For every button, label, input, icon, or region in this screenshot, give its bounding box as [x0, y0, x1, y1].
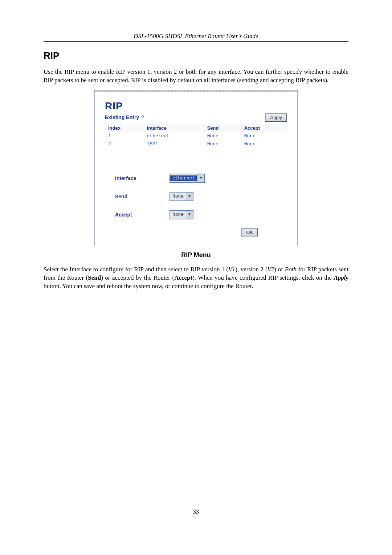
interface-select-value: ethernet	[170, 175, 197, 181]
text-bold-italic: Apply	[334, 274, 348, 281]
interface-label: Interface	[115, 175, 170, 181]
text-italic: V1	[228, 266, 235, 273]
page-footer: 33	[44, 507, 348, 515]
interface-select[interactable]: ethernet ▼	[170, 174, 205, 183]
text: ). When you have configured RIP settings…	[192, 274, 334, 281]
cell-index: 2	[105, 140, 144, 148]
table-header-row: Index Interface Send Accept	[105, 124, 287, 132]
chevron-down-icon: ▼	[197, 174, 204, 182]
existing-entry-count: 2	[141, 114, 144, 120]
accept-select[interactable]: None ▼	[170, 210, 193, 219]
running-head: DSL-1500G SHDSL Ethernet Router User's G…	[44, 33, 348, 42]
text: Select the Interface to configure for RI…	[44, 266, 228, 273]
text: ), version 2 (	[235, 266, 267, 273]
rip-form: Interface ethernet ▼ Send None ▼	[105, 174, 287, 236]
chevron-down-icon: ▼	[186, 193, 193, 200]
cell-send: None	[204, 132, 241, 140]
rip-panel: RIP Existing Entry 2 Apply Index Interfa…	[94, 90, 298, 246]
accept-label: Accept	[115, 212, 170, 218]
send-select-value: None	[170, 194, 186, 199]
send-label: Send	[115, 194, 170, 199]
col-interface: Interface	[144, 124, 204, 132]
text: ) or accepted by the Router (	[101, 274, 174, 281]
send-select[interactable]: None ▼	[170, 192, 193, 201]
cell-interface: ethernet	[144, 132, 204, 140]
cell-accept: None	[241, 132, 287, 140]
text: button. You can save and reboot the syst…	[44, 283, 253, 289]
chevron-down-icon: ▼	[186, 211, 193, 219]
col-send: Send	[204, 124, 241, 132]
apply-button[interactable]: Apply	[265, 113, 287, 122]
outro-paragraph: Select the Interface to configure for RI…	[44, 266, 348, 291]
accept-select-value: None	[170, 212, 186, 217]
table-row[interactable]: 2 ISP1 None None	[105, 140, 287, 148]
intro-paragraph: Use the RIP menu to enable RIP version 1…	[44, 68, 348, 85]
cell-accept: None	[241, 140, 287, 148]
col-accept: Accept	[241, 124, 287, 132]
text-italic: V2	[268, 266, 274, 273]
figure-caption: RIP Menu	[44, 251, 348, 259]
cell-interface: ISP1	[144, 140, 204, 148]
cell-send: None	[204, 140, 241, 148]
text-bold: Send	[88, 274, 101, 281]
section-title: RIP	[44, 50, 348, 61]
text: ) or	[274, 266, 285, 273]
table-row[interactable]: 1 ethernet None None	[105, 132, 287, 140]
text-bold: Accept	[174, 274, 192, 281]
text-italic: Both	[285, 266, 297, 273]
existing-entry-label: Existing Entry 2	[105, 114, 144, 120]
page-number: 33	[193, 509, 199, 515]
panel-heading: RIP	[105, 100, 287, 112]
col-index: Index	[105, 124, 144, 132]
ok-button[interactable]: OK	[241, 228, 258, 236]
existing-entry-text: Existing Entry	[105, 114, 139, 120]
cell-index: 1	[105, 132, 144, 140]
figure-wrap: RIP Existing Entry 2 Apply Index Interfa…	[44, 90, 348, 246]
rip-table: Index Interface Send Accept 1 ethernet N…	[105, 124, 287, 148]
